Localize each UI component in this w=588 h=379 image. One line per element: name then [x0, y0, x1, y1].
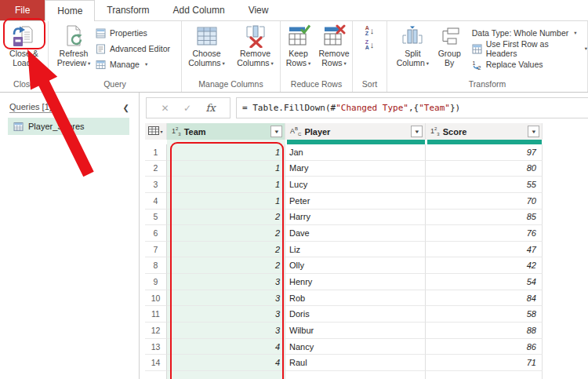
cell-player[interactable]: Olly — [285, 257, 426, 274]
advanced-editor-button[interactable]: Advanced Editor — [96, 43, 170, 54]
column-header-team[interactable]: 123 Team ▼ — [167, 123, 285, 140]
row-number[interactable]: 2 — [145, 161, 167, 177]
cell-score[interactable]: 71 — [426, 355, 543, 371]
remove-rows-button[interactable]: Remove Rows▾ — [316, 21, 352, 68]
cell-team[interactable]: 2 — [167, 210, 285, 226]
cell-score[interactable]: 47 — [426, 242, 543, 258]
cell-player[interactable] — [285, 371, 426, 379]
cell-team[interactable]: 3 — [167, 290, 285, 307]
replace-values-button[interactable]: 12 Replace Values — [472, 59, 587, 70]
button-label: Close & — [9, 49, 38, 58]
cell-player[interactable]: Wilbur — [285, 323, 426, 339]
cell-player[interactable]: Henry — [285, 274, 426, 290]
tab-transform[interactable]: Transform — [95, 0, 161, 20]
cell-score[interactable]: 88 — [426, 323, 543, 339]
cell-score[interactable]: 80 — [426, 161, 543, 177]
row-number[interactable]: 4 — [145, 193, 167, 210]
row-number[interactable]: 8 — [145, 257, 167, 274]
cell-team[interactable]: 4 — [167, 339, 285, 355]
cell-player[interactable]: Mary — [285, 161, 426, 177]
collapse-pane-chevron-icon[interactable]: ❮ — [123, 104, 129, 112]
cell-player[interactable]: Rob — [285, 290, 426, 307]
row-number[interactable]: 5 — [145, 210, 167, 226]
row-number[interactable]: 11 — [145, 306, 167, 323]
row-number[interactable]: 7 — [145, 242, 167, 258]
close-and-load-button[interactable]: Close & Load▾ — [9, 21, 38, 68]
table-row: 1 1 Jan 97 — [145, 144, 543, 161]
tab-view[interactable]: View — [237, 0, 281, 20]
sort-ascending-button[interactable]: AZ ↓ — [365, 26, 375, 36]
cell-score[interactable] — [426, 371, 543, 379]
tab-add-column[interactable]: Add Column — [162, 0, 237, 20]
manage-icon — [96, 60, 106, 70]
choose-columns-button[interactable]: Choose Columns▾ — [183, 21, 231, 68]
cell-score[interactable]: 70 — [426, 193, 543, 210]
row-number[interactable]: 14 — [145, 355, 167, 371]
remove-columns-button[interactable]: Remove Columns▾ — [231, 21, 280, 68]
cell-score[interactable]: 84 — [426, 290, 543, 307]
group-by-button[interactable]: Group By — [434, 21, 466, 67]
cell-player[interactable]: Harry — [285, 210, 426, 226]
tab-file[interactable]: File — [0, 0, 45, 20]
row-number[interactable]: 13 — [145, 339, 167, 355]
row-number[interactable]: 6 — [145, 225, 167, 242]
cell-score[interactable]: 97 — [426, 144, 543, 161]
row-number[interactable]: 1 — [145, 144, 167, 161]
row-number[interactable]: 3 — [145, 177, 167, 193]
cell-score[interactable]: 85 — [426, 210, 543, 226]
formula-input[interactable]: = Table.FillDown(#"Changed Type",{"Team"… — [236, 97, 588, 118]
row-number[interactable]: 9 — [145, 274, 167, 290]
table-header-row: ▾ 123 Team ▼ ABC Player ▼ 123 Score ▼ — [145, 123, 543, 140]
cell-team[interactable]: 1 — [167, 161, 285, 177]
cell-player[interactable]: Liz — [285, 242, 426, 258]
cell-player[interactable]: Peter — [285, 193, 426, 210]
filter-button[interactable]: ▼ — [411, 126, 423, 137]
cell-team[interactable]: 3 — [167, 323, 285, 339]
select-all-corner-button[interactable]: ▾ — [145, 123, 167, 140]
cell-team[interactable]: 1 — [167, 144, 285, 161]
keep-rows-button[interactable]: Keep Rows▾ — [281, 21, 316, 68]
manage-button[interactable]: Manage ▾ — [96, 59, 170, 70]
properties-button[interactable]: Properties — [96, 27, 170, 38]
cell-team[interactable]: 2 — [167, 257, 285, 274]
cell-team[interactable]: 2 — [167, 242, 285, 258]
use-first-row-as-headers-button[interactable]: Use First Row as Headers ▾ — [472, 43, 587, 54]
cell-team[interactable]: 2 — [167, 225, 285, 242]
cell-player[interactable]: Raul — [285, 355, 426, 371]
column-header-score[interactable]: 123 Score ▼ — [426, 123, 543, 140]
tab-home[interactable]: Home — [45, 0, 95, 21]
query-item-player-scores[interactable]: Player_Scores — [8, 118, 129, 135]
row-number[interactable]: 10 — [145, 290, 167, 307]
cell-player[interactable]: Nancy — [285, 339, 426, 355]
cancel-formula-icon[interactable]: ✕ — [161, 103, 169, 114]
column-header-player[interactable]: ABC Player ▼ — [285, 123, 426, 140]
row-number[interactable] — [145, 371, 167, 379]
cell-player[interactable]: Doris — [285, 306, 426, 323]
commit-formula-icon[interactable]: ✓ — [183, 103, 191, 114]
button-label: Remove — [240, 49, 270, 58]
cell-score[interactable]: 55 — [426, 177, 543, 193]
cell-score[interactable]: 86 — [426, 339, 543, 355]
cell-score[interactable]: 76 — [426, 225, 543, 242]
dropdown-caret-icon: ▾ — [160, 129, 162, 134]
cell-team[interactable] — [167, 371, 285, 379]
cell-team[interactable]: 1 — [167, 193, 285, 210]
fx-icon[interactable]: fx — [205, 102, 215, 114]
filter-button[interactable]: ▼ — [528, 126, 539, 137]
filter-button[interactable]: ▼ — [270, 126, 282, 137]
refresh-preview-button[interactable]: Refresh Preview▾ — [52, 21, 96, 68]
row-number[interactable]: 12 — [145, 323, 167, 339]
cell-score[interactable]: 54 — [426, 274, 543, 290]
data-type-button[interactable]: Data Type: Whole Number ▾ — [472, 27, 587, 38]
cell-score[interactable]: 42 — [426, 257, 543, 274]
cell-team[interactable]: 4 — [167, 355, 285, 371]
cell-team[interactable]: 3 — [167, 306, 285, 323]
cell-score[interactable]: 58 — [426, 306, 543, 323]
cell-player[interactable]: Jan — [285, 144, 426, 161]
cell-player[interactable]: Dave — [285, 225, 426, 242]
sort-descending-button[interactable]: ZA ↓ — [365, 40, 375, 50]
cell-team[interactable]: 3 — [167, 274, 285, 290]
cell-player[interactable]: Lucy — [285, 177, 426, 193]
cell-team[interactable]: 1 — [167, 177, 285, 193]
split-column-button[interactable]: Split Column▾ — [392, 21, 434, 68]
